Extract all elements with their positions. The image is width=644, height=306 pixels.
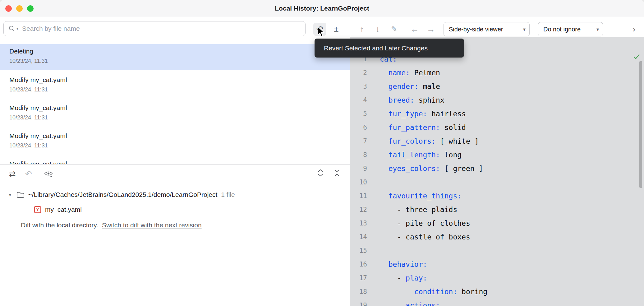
code-line: 3 gender: male [350,80,644,93]
switch-diff-link[interactable]: Switch to diff with the next revision [102,221,202,229]
viewer-mode-dropdown[interactable]: Side-by-side viewer ▾ [444,22,530,36]
code-line: 6 fur_pattern: solid [350,121,644,134]
line-number: 7 [350,137,367,145]
compare-icon: ⇄ [9,169,16,179]
code-line: 14 - castle of boxes [350,230,644,244]
line-number: 19 [350,302,367,306]
local-history-window: Local History: LearnGoProject ▾ ↶ ± ↑ ↓ … [0,0,644,306]
minimize-button[interactable] [16,5,23,12]
directory-path: ~/Library/Caches/JetBrains/GoLand2025.1/… [28,191,218,198]
zoom-button[interactable] [27,5,34,12]
revision-item[interactable]: Modify my_cat.yaml10/23/24, 11:31 [0,72,350,100]
revision-date: 10/23/24, 11:31 [9,114,350,121]
revision-title: Modify my_cat.yaml [9,104,350,112]
revision-item[interactable]: Modify my_cat.yaml10/23/24, 11:31 [0,128,350,156]
compare-button[interactable]: ⇄ [7,168,18,179]
titlebar: Local History: LearnGoProject [0,0,644,17]
yaml-file-icon: Y [34,206,41,213]
code-line: 16 behavior: [350,257,644,271]
editor-scrollbar[interactable] [639,61,642,188]
code-line: 5 fur_type: hairless [350,107,644,121]
back-button[interactable]: ← [408,23,421,36]
code-line: 12 - three plaids [350,203,644,216]
create-patch-icon: ± [334,25,339,34]
preview-diff-button[interactable] [43,168,54,179]
code-line: 8 tail_length: long [350,148,644,162]
code-line: 18 condition: boring [350,285,644,299]
line-number: 8 [350,151,367,159]
line-number: 4 [350,96,367,104]
line-number: 14 [350,233,367,241]
details-toolbar: ⇄ ↶ [0,165,350,183]
create-patch-button[interactable]: ± [330,23,343,36]
chevron-right-icon: › [632,24,635,34]
code-line: 17 - play: [350,271,644,285]
code-line: 4 breed: sphinx [350,93,644,107]
diff-note: Diff with the local directory. [21,221,98,229]
code-text: fur_colors: [ white ] [367,137,479,145]
code-text: actions: [367,301,440,306]
rollback-icon: ↶ [25,169,32,179]
pencil-icon: ✎ [391,25,397,34]
line-number: 13 [350,220,367,227]
revision-date: 10/23/24, 11:31 [9,58,350,64]
revision-item[interactable]: Modify my_cat.yaml [0,156,350,164]
revision-title: Modify my_cat.yaml [9,132,350,140]
next-difference-button[interactable]: ↓ [371,23,384,36]
code-text: condition: boring [367,288,487,296]
tree-file-row[interactable]: Y my_cat.yaml [0,203,350,216]
tree-directory-row[interactable]: ▾ ~/Library/Caches/JetBrains/GoLand2025.… [0,188,350,201]
editor-lines: 1cat:2 name: Pelmen3 gender: male4 breed… [350,37,644,306]
collapse-all-button[interactable] [331,168,343,179]
code-text: name: Pelmen [367,69,440,77]
line-number: 6 [350,124,367,131]
mouse-cursor [317,26,326,39]
more-options-button[interactable]: › [628,24,640,35]
search-input[interactable] [18,25,305,32]
code-line: 2 name: Pelmen [350,66,644,80]
previous-difference-button[interactable]: ↑ [355,23,368,36]
folder-icon [16,191,25,198]
code-line: 9 eyes_colors: [ green ] [350,162,644,175]
code-text: gender: male [367,82,440,90]
line-number: 5 [350,110,367,118]
close-button[interactable] [5,5,12,12]
line-number: 16 [350,261,367,268]
arrow-up-icon: ↑ [360,25,364,34]
code-line: 19 actions: [350,299,644,306]
code-text: - castle of boxes [367,233,470,241]
expand-all-button[interactable] [315,168,326,179]
window-title: Local History: LearnGoProject [275,5,369,12]
revision-item[interactable]: Modify my_cat.yaml10/23/24, 11:31 [0,100,350,128]
inspections-ok-check-icon[interactable] [633,53,640,62]
line-number: 12 [350,206,367,213]
search-field: ▾ [3,21,306,36]
code-line: 15 [350,244,644,257]
rollback-button[interactable]: ↶ [23,168,34,179]
chevron-down-icon: ▾ [596,26,599,32]
traffic-lights [5,5,34,12]
expand-chevron-icon[interactable]: ▾ [9,192,12,198]
line-number: 11 [350,192,367,200]
code-line: 13 - pile of clothes [350,216,644,230]
line-number: 17 [350,274,367,282]
diff-editor-pane: 1cat:2 name: Pelmen3 gender: male4 breed… [350,37,644,306]
edit-source-button[interactable]: ✎ [388,23,401,36]
revision-item[interactable]: Deleting10/23/24, 11:31 [0,44,350,70]
search-icon: ▾ [8,25,18,32]
viewer-mode-label: Side-by-side viewer [449,26,503,33]
revision-title: Modify my_cat.yaml [9,160,350,164]
revision-date: 10/23/24, 11:31 [9,142,350,149]
unfold-icon [317,169,324,179]
revert-tooltip: Revert Selected and Later Changes [315,39,464,58]
ignore-mode-dropdown[interactable]: Do not ignore ▾ [538,22,603,36]
file-count: 1 file [221,191,235,198]
eye-icon [44,170,53,177]
arrow-left-icon: ← [411,25,419,34]
code-line: 7 fur_colors: [ white ] [350,134,644,148]
code-text: - three plaids [367,206,457,214]
forward-button[interactable]: → [424,23,437,36]
code-line: 11 favourite_things: [350,189,644,203]
line-number: 9 [350,165,367,172]
line-number: 3 [350,83,367,90]
